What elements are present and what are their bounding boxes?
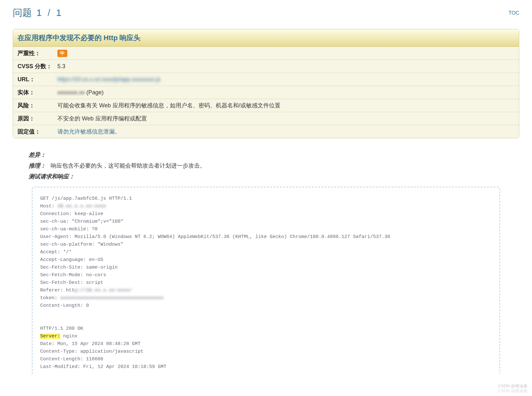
- res-date: Date: Mon, 15 Apr 2024 08:48:28 GMT: [40, 341, 141, 347]
- referer-label: Referer: htt: [40, 288, 75, 293]
- server-value: nginx: [60, 334, 77, 339]
- toc-link[interactable]: TOC: [509, 10, 519, 16]
- reqres-label: 测试请求和响应：: [29, 173, 75, 180]
- req-accept: Accept: */*: [40, 249, 72, 255]
- infer-label: 推理：: [29, 162, 46, 169]
- row-cvss: CVSS 分数： 5.3: [13, 60, 519, 73]
- cvss-value: 5.3: [57, 63, 514, 70]
- entity-tail: (Page): [85, 89, 104, 96]
- severity-value: 中: [57, 50, 514, 57]
- issue-panel: 在应用程序中发现不必要的 Http 响应头 严重性： 中 CVSS 分数： 5.…: [13, 29, 519, 138]
- token-value: xxxxxxxxxxxxxxxxxxxxxxxxxxxxxxxxxxxx: [60, 295, 164, 301]
- token-label: token:: [40, 295, 60, 301]
- req-secsite: Sec-Fetch-Site: same-origin: [40, 265, 118, 270]
- entity-blurred: xxxxxxx.xx: [57, 89, 85, 96]
- req-useragent: User-Agent: Mozilla/5.0 (Windows NT 6.2;…: [40, 234, 390, 240]
- risk-value: 可能会收集有关 Web 应用程序的敏感信息，如用户名、密码、机器名和/或敏感文件…: [57, 102, 514, 109]
- risk-label: 风险：: [18, 102, 57, 109]
- diff-label: 差异：: [29, 152, 46, 158]
- row-risk: 风险： 可能会收集有关 Web 应用程序的敏感信息，如用户名、密码、机器名和/或…: [13, 99, 519, 112]
- issue-title: 在应用程序中发现不必要的 Http 响应头: [13, 29, 519, 47]
- req-line: GET /js/app.7aebfc56.js HTTP/1.1: [40, 196, 132, 201]
- issue-current: 1: [36, 7, 42, 18]
- reqres-heading: 测试请求和响应：: [29, 173, 503, 180]
- severity-badge: 中: [57, 50, 67, 57]
- issue-total: 1: [56, 7, 62, 18]
- url-blurred: https://10.xx.x.xx:xxxx/js/app.xxxxxxxx.…: [57, 76, 160, 83]
- cause-label: 原因：: [18, 115, 57, 122]
- req-acceptlang: Accept-Language: en-US: [40, 257, 103, 263]
- res-clen: Content-Length: 116606: [40, 356, 103, 362]
- req-secua: sec-ch-ua: "Chromium";v="100": [40, 219, 123, 224]
- req-cl: Content-Length: 0: [40, 303, 89, 308]
- cvss-label: CVSS 分数：: [18, 62, 57, 70]
- referer-value: p://10.xx.x.xx:xxxx/: [75, 288, 132, 293]
- req-secdest: Sec-Fetch-Dest: script: [40, 280, 103, 285]
- row-url: URL： https://10.xx.x.xx:xxxx/js/app.xxxx…: [13, 73, 519, 86]
- row-fix: 固定值： 请勿允许敏感信息泄漏。: [13, 125, 519, 138]
- row-entity: 实体： xxxxxxx.xx (Page): [13, 86, 519, 99]
- req-secplatform: sec-ch-ua-platform: "Windows": [40, 242, 123, 247]
- host-value: 10.xx.x.x.xx:xxxx: [57, 204, 106, 209]
- req-secuamobile: sec-ch-ua-mobile: ?0: [40, 227, 98, 232]
- http-code-box: GET /js/app.7aebfc56.js HTTP/1.1 Host: 1…: [32, 187, 500, 374]
- res-lastmod: Last-Modified: Fri, 12 Apr 2024 10:18:59…: [40, 364, 166, 370]
- severity-label: 严重性：: [18, 49, 57, 57]
- server-header-highlight: Server:: [40, 334, 60, 339]
- url-value: https://10.xx.x.xx:xxxx/js/app.xxxxxxxx.…: [57, 76, 514, 83]
- entity-value: xxxxxxx.xx (Page): [57, 89, 514, 96]
- diff-line: 差异：: [29, 151, 503, 159]
- title-label: 问题: [13, 7, 32, 18]
- entity-label: 实体：: [18, 89, 57, 96]
- title-slash: /: [47, 7, 50, 18]
- row-cause: 原因： 不安全的 Web 应用程序编程或配置: [13, 112, 519, 125]
- inference-line: 推理： 响应包含不必要的头，这可能会帮助攻击者计划进一步攻击。: [29, 162, 503, 169]
- row-severity: 严重性： 中: [13, 47, 519, 60]
- host-label: Host:: [40, 204, 57, 209]
- req-conn: Connection: keep-alive: [40, 211, 103, 217]
- res-ctype: Content-Type: application/javascript: [40, 349, 143, 354]
- fix-value[interactable]: 请勿允许敏感信息泄漏。: [57, 128, 514, 135]
- infer-value: 响应包含不必要的头，这可能会帮助攻击者计划进一步攻击。: [51, 162, 206, 169]
- url-label: URL：: [18, 76, 57, 83]
- req-secmode: Sec-Fetch-Mode: no-cors: [40, 272, 106, 278]
- cause-value: 不安全的 Web 应用程序编程或配置: [57, 115, 514, 122]
- detail-section: 差异： 推理： 响应包含不必要的头，这可能会帮助攻击者计划进一步攻击。 测试请求…: [13, 138, 519, 374]
- page-title: 问题 1 / 1: [13, 6, 63, 19]
- fix-label: 固定值：: [18, 128, 57, 135]
- res-status: HTTP/1.1 200 OK: [40, 326, 83, 331]
